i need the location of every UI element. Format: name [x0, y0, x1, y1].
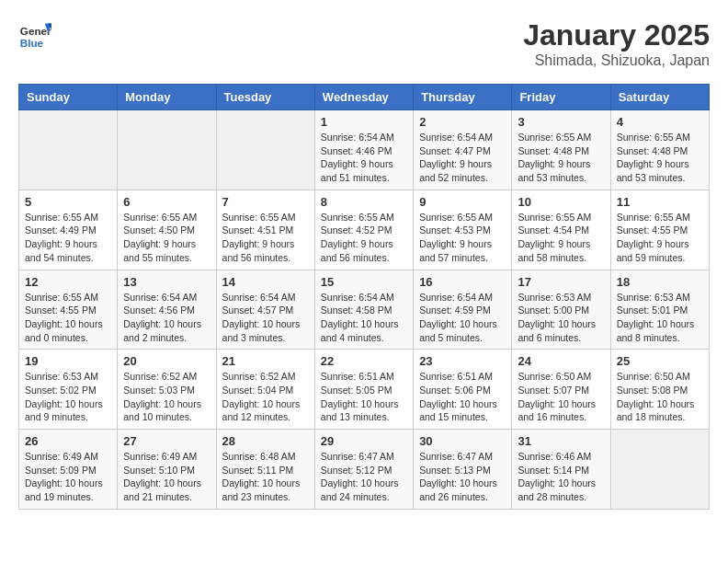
day-cell	[216, 110, 314, 190]
day-cell: 23Sunrise: 6:51 AM Sunset: 5:06 PM Dayli…	[414, 350, 512, 430]
day-info: Sunrise: 6:49 AM Sunset: 5:10 PM Dayligh…	[123, 450, 210, 504]
day-cell: 7Sunrise: 6:55 AM Sunset: 4:51 PM Daylig…	[216, 190, 314, 270]
day-number: 5	[25, 195, 111, 209]
day-info: Sunrise: 6:54 AM Sunset: 4:47 PM Dayligh…	[419, 131, 506, 185]
day-number: 12	[25, 275, 111, 289]
day-cell: 15Sunrise: 6:54 AM Sunset: 4:58 PM Dayli…	[314, 270, 413, 350]
day-cell: 3Sunrise: 6:55 AM Sunset: 4:48 PM Daylig…	[512, 110, 610, 190]
day-number: 16	[419, 275, 506, 289]
page-header: General Blue January 2025 Shimada, Shizu…	[18, 18, 710, 69]
day-number: 13	[123, 275, 210, 289]
weekday-header-wednesday: Wednesday	[314, 85, 413, 110]
day-number: 29	[321, 434, 407, 448]
svg-text:Blue: Blue	[20, 37, 44, 49]
week-row-5: 26Sunrise: 6:49 AM Sunset: 5:09 PM Dayli…	[19, 430, 710, 510]
day-info: Sunrise: 6:55 AM Sunset: 4:54 PM Dayligh…	[518, 211, 604, 265]
day-info: Sunrise: 6:55 AM Sunset: 4:52 PM Dayligh…	[321, 211, 407, 265]
weekday-header-tuesday: Tuesday	[216, 85, 314, 110]
day-number: 30	[419, 434, 506, 448]
day-number: 11	[617, 195, 703, 209]
day-cell: 19Sunrise: 6:53 AM Sunset: 5:02 PM Dayli…	[19, 350, 118, 430]
day-cell: 10Sunrise: 6:55 AM Sunset: 4:54 PM Dayli…	[512, 190, 610, 270]
logo: General Blue	[18, 18, 51, 52]
day-info: Sunrise: 6:53 AM Sunset: 5:01 PM Dayligh…	[617, 291, 703, 345]
weekday-header-monday: Monday	[118, 85, 216, 110]
day-number: 21	[222, 354, 309, 368]
week-row-3: 12Sunrise: 6:55 AM Sunset: 4:55 PM Dayli…	[19, 270, 710, 350]
weekday-header-saturday: Saturday	[610, 85, 709, 110]
day-info: Sunrise: 6:50 AM Sunset: 5:07 PM Dayligh…	[518, 370, 604, 424]
day-cell: 18Sunrise: 6:53 AM Sunset: 5:01 PM Dayli…	[610, 270, 709, 350]
day-number: 7	[222, 195, 309, 209]
day-info: Sunrise: 6:47 AM Sunset: 5:13 PM Dayligh…	[419, 450, 506, 504]
day-cell: 9Sunrise: 6:55 AM Sunset: 4:53 PM Daylig…	[414, 190, 512, 270]
day-info: Sunrise: 6:55 AM Sunset: 4:55 PM Dayligh…	[25, 291, 111, 345]
day-cell: 1Sunrise: 6:54 AM Sunset: 4:46 PM Daylig…	[314, 110, 413, 190]
title-section: January 2025 Shimada, Shizuoka, Japan	[523, 18, 710, 69]
day-info: Sunrise: 6:47 AM Sunset: 5:12 PM Dayligh…	[321, 450, 407, 504]
day-cell: 4Sunrise: 6:55 AM Sunset: 4:48 PM Daylig…	[610, 110, 709, 190]
day-number: 18	[617, 275, 703, 289]
day-number: 9	[419, 195, 506, 209]
day-cell: 17Sunrise: 6:53 AM Sunset: 5:00 PM Dayli…	[512, 270, 610, 350]
day-cell: 25Sunrise: 6:50 AM Sunset: 5:08 PM Dayli…	[610, 350, 709, 430]
week-row-4: 19Sunrise: 6:53 AM Sunset: 5:02 PM Dayli…	[19, 350, 710, 430]
day-info: Sunrise: 6:52 AM Sunset: 5:03 PM Dayligh…	[123, 370, 210, 424]
day-cell: 14Sunrise: 6:54 AM Sunset: 4:57 PM Dayli…	[216, 270, 314, 350]
day-number: 24	[518, 354, 604, 368]
day-number: 28	[222, 434, 309, 448]
day-cell: 28Sunrise: 6:48 AM Sunset: 5:11 PM Dayli…	[216, 430, 314, 510]
day-cell: 24Sunrise: 6:50 AM Sunset: 5:07 PM Dayli…	[512, 350, 610, 430]
day-info: Sunrise: 6:54 AM Sunset: 4:59 PM Dayligh…	[419, 291, 506, 345]
day-cell: 2Sunrise: 6:54 AM Sunset: 4:47 PM Daylig…	[414, 110, 512, 190]
day-cell: 27Sunrise: 6:49 AM Sunset: 5:10 PM Dayli…	[118, 430, 216, 510]
day-cell	[610, 430, 709, 510]
day-number: 20	[123, 354, 210, 368]
day-number: 2	[419, 115, 506, 129]
day-info: Sunrise: 6:55 AM Sunset: 4:48 PM Dayligh…	[617, 131, 703, 185]
day-number: 23	[419, 354, 506, 368]
week-row-1: 1Sunrise: 6:54 AM Sunset: 4:46 PM Daylig…	[19, 110, 710, 190]
day-cell: 11Sunrise: 6:55 AM Sunset: 4:55 PM Dayli…	[610, 190, 709, 270]
day-number: 1	[321, 115, 407, 129]
day-number: 6	[123, 195, 210, 209]
weekday-header-sunday: Sunday	[19, 85, 118, 110]
day-info: Sunrise: 6:55 AM Sunset: 4:49 PM Dayligh…	[25, 211, 111, 265]
day-number: 27	[123, 434, 210, 448]
day-info: Sunrise: 6:55 AM Sunset: 4:50 PM Dayligh…	[123, 211, 210, 265]
weekday-header-friday: Friday	[512, 85, 610, 110]
day-info: Sunrise: 6:54 AM Sunset: 4:56 PM Dayligh…	[123, 291, 210, 345]
calendar-title: January 2025	[523, 18, 710, 52]
day-cell: 31Sunrise: 6:46 AM Sunset: 5:14 PM Dayli…	[512, 430, 610, 510]
calendar-subtitle: Shimada, Shizuoka, Japan	[523, 52, 710, 69]
day-cell	[19, 110, 118, 190]
logo-icon: General Blue	[18, 18, 51, 52]
day-cell: 6Sunrise: 6:55 AM Sunset: 4:50 PM Daylig…	[118, 190, 216, 270]
day-cell: 5Sunrise: 6:55 AM Sunset: 4:49 PM Daylig…	[19, 190, 118, 270]
day-number: 22	[321, 354, 407, 368]
day-cell: 13Sunrise: 6:54 AM Sunset: 4:56 PM Dayli…	[118, 270, 216, 350]
day-number: 8	[321, 195, 407, 209]
day-info: Sunrise: 6:51 AM Sunset: 5:05 PM Dayligh…	[321, 370, 407, 424]
day-number: 14	[222, 275, 309, 289]
day-info: Sunrise: 6:53 AM Sunset: 5:02 PM Dayligh…	[25, 370, 111, 424]
day-info: Sunrise: 6:55 AM Sunset: 4:51 PM Dayligh…	[222, 211, 309, 265]
day-number: 10	[518, 195, 604, 209]
day-cell: 8Sunrise: 6:55 AM Sunset: 4:52 PM Daylig…	[314, 190, 413, 270]
week-row-2: 5Sunrise: 6:55 AM Sunset: 4:49 PM Daylig…	[19, 190, 710, 270]
day-info: Sunrise: 6:55 AM Sunset: 4:48 PM Dayligh…	[518, 131, 604, 185]
day-cell: 22Sunrise: 6:51 AM Sunset: 5:05 PM Dayli…	[314, 350, 413, 430]
day-cell: 20Sunrise: 6:52 AM Sunset: 5:03 PM Dayli…	[118, 350, 216, 430]
day-cell: 30Sunrise: 6:47 AM Sunset: 5:13 PM Dayli…	[414, 430, 512, 510]
day-info: Sunrise: 6:53 AM Sunset: 5:00 PM Dayligh…	[518, 291, 604, 345]
day-number: 25	[617, 354, 703, 368]
day-number: 3	[518, 115, 604, 129]
day-number: 19	[25, 354, 111, 368]
day-info: Sunrise: 6:48 AM Sunset: 5:11 PM Dayligh…	[222, 450, 309, 504]
day-cell	[118, 110, 216, 190]
day-number: 15	[321, 275, 407, 289]
day-info: Sunrise: 6:55 AM Sunset: 4:53 PM Dayligh…	[419, 211, 506, 265]
day-cell: 26Sunrise: 6:49 AM Sunset: 5:09 PM Dayli…	[19, 430, 118, 510]
day-number: 17	[518, 275, 604, 289]
weekday-header-thursday: Thursday	[414, 85, 512, 110]
